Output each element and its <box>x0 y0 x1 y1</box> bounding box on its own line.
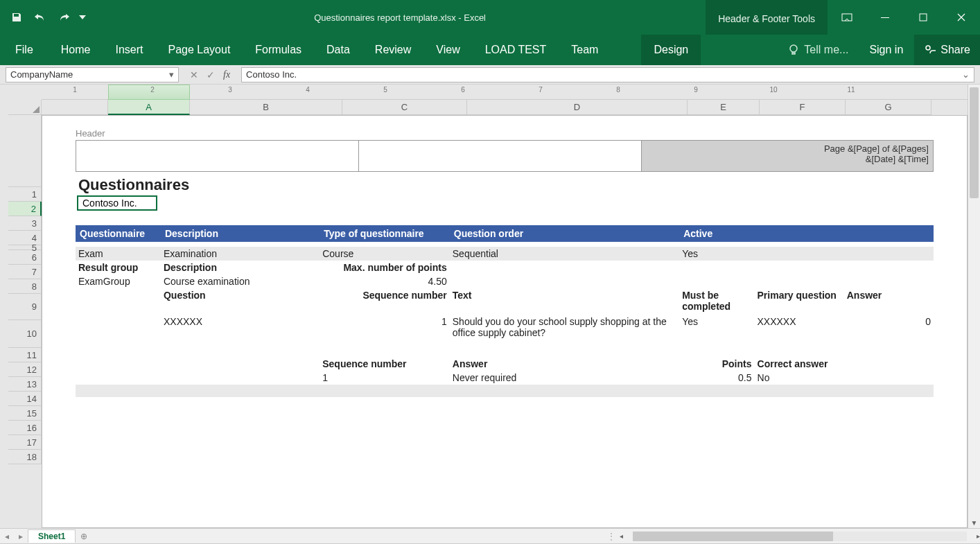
column-header-B[interactable]: B <box>190 100 342 115</box>
share-button[interactable]: Share <box>914 35 980 65</box>
tab-view[interactable]: View <box>423 35 472 65</box>
row-header-18[interactable]: 18 <box>8 450 42 464</box>
cancel-formula-button[interactable]: ✕ <box>190 69 198 80</box>
tab-formulas[interactable]: Formulas <box>243 35 314 65</box>
cell-title[interactable]: Questionnaires <box>76 176 934 194</box>
tab-page-layout[interactable]: Page Layout <box>155 35 243 65</box>
scroll-thumb[interactable] <box>970 87 979 198</box>
cell-company-active[interactable]: Contoso Inc. <box>77 195 157 211</box>
ribbon-display-options[interactable] <box>828 0 866 35</box>
formula-bar[interactable]: Contoso Inc. ⌄ <box>241 67 974 82</box>
row-header-13[interactable]: 13 <box>8 377 42 392</box>
column-header-G[interactable]: G <box>846 100 931 115</box>
tab-load-test[interactable]: LOAD TEST <box>473 35 559 65</box>
column-header-A[interactable]: A <box>108 100 190 115</box>
qat-undo-button[interactable] <box>29 6 51 28</box>
sheet-tab-sheet1[interactable]: Sheet1 <box>28 529 76 543</box>
column-header-D[interactable]: D <box>467 100 688 115</box>
table-row[interactable]: ExamGroupCourse examination4.50 <box>76 274 934 288</box>
chevron-down-icon: ▾ <box>169 69 174 80</box>
row-header-17[interactable]: 17 <box>8 435 42 450</box>
row-header-1[interactable]: 1 <box>8 187 42 202</box>
tab-design[interactable]: Design <box>641 35 701 65</box>
close-button[interactable] <box>942 0 980 35</box>
expand-formula-bar[interactable]: ⌄ <box>962 69 970 80</box>
header-editor[interactable]: Page &[Page] of &[Pages] &[Date] &[Time] <box>76 140 934 172</box>
name-box[interactable]: CompanyName ▾ <box>6 67 179 82</box>
sheet-nav-next[interactable]: ▸ <box>14 532 28 541</box>
header-label: Header <box>76 128 934 139</box>
row-header-6[interactable]: 6 <box>8 250 42 265</box>
svg-rect-1 <box>881 17 889 18</box>
row-header-7[interactable]: 7 <box>8 265 42 279</box>
contextual-tab-label: Header & Footer Tools <box>706 0 828 35</box>
row-header-15[interactable]: 15 <box>8 406 42 421</box>
table-row[interactable]: 1Never required0.5No <box>76 371 934 385</box>
share-icon <box>924 44 936 56</box>
header-right-section[interactable]: Page &[Page] of &[Pages] &[Date] &[Time] <box>642 141 933 171</box>
horizontal-ruler: 1234567891011 <box>42 85 968 100</box>
window-title: Questionnaires report template.xlsx - Ex… <box>94 0 706 35</box>
column-header-C[interactable]: C <box>342 100 467 115</box>
table-row[interactable]: QuestionSequence numberTextMust be compl… <box>76 288 934 315</box>
table-row[interactable]: XXXXXX1Should you do your school supply … <box>76 315 934 342</box>
row-header-9[interactable]: 9 <box>8 294 42 320</box>
row-header-8[interactable]: 8 <box>8 279 42 294</box>
column-header-F[interactable]: F <box>760 100 846 115</box>
enter-formula-button[interactable]: ✓ <box>207 69 215 80</box>
tab-data[interactable]: Data <box>314 35 362 65</box>
table-row[interactable]: Sequence numberAnswerPointsCorrect answe… <box>76 357 934 371</box>
sign-in-button[interactable]: Sign in <box>858 35 914 65</box>
table-row[interactable]: Result groupDescriptionMax. number of po… <box>76 261 934 274</box>
header-left-section[interactable] <box>76 141 359 171</box>
horizontal-scrollbar[interactable]: ◂ ▸ <box>620 531 980 542</box>
table-header-row: QuestionnaireDescriptionType of question… <box>76 225 934 242</box>
row-header-16[interactable]: 16 <box>8 421 42 435</box>
fx-icon[interactable]: fx <box>223 69 230 80</box>
row-header-10[interactable]: 10 <box>8 320 42 348</box>
svg-rect-0 <box>842 14 852 21</box>
tell-me-search[interactable]: Tell me... <box>778 35 858 65</box>
row-header-5[interactable]: 5 <box>8 245 42 250</box>
table-row[interactable]: ExamExaminationCourseSequentialYes <box>76 247 934 261</box>
row-header-2[interactable]: 2 <box>8 202 42 216</box>
sheet-nav-prev[interactable]: ◂ <box>0 532 14 541</box>
row-header-12[interactable]: 12 <box>8 362 42 377</box>
tab-file[interactable]: File <box>0 35 49 65</box>
row-header-11[interactable]: 11 <box>8 348 42 362</box>
lightbulb-icon <box>787 44 800 56</box>
vertical-scrollbar[interactable]: ▲ ▼ <box>968 85 980 528</box>
qat-save-button[interactable] <box>6 6 28 28</box>
row-header-3[interactable]: 3 <box>8 216 42 231</box>
scroll-down-button[interactable]: ▼ <box>968 517 980 528</box>
tab-insert[interactable]: Insert <box>103 35 155 65</box>
tab-team[interactable]: Team <box>559 35 611 65</box>
svg-point-3 <box>790 45 797 52</box>
minimize-button[interactable] <box>866 0 904 35</box>
qat-customize-button[interactable] <box>76 6 89 28</box>
tab-home[interactable]: Home <box>49 35 103 65</box>
select-all-button[interactable] <box>8 100 42 115</box>
add-sheet-button[interactable]: ⊕ <box>76 532 92 541</box>
svg-point-4 <box>926 46 930 50</box>
maximize-button[interactable] <box>904 0 942 35</box>
svg-rect-2 <box>920 14 927 21</box>
header-center-section[interactable] <box>359 141 642 171</box>
column-header-E[interactable]: E <box>688 100 760 115</box>
qat-redo-button[interactable] <box>53 6 75 28</box>
row-header-14[interactable]: 14 <box>8 392 42 406</box>
tab-review[interactable]: Review <box>362 35 423 65</box>
worksheet-page[interactable]: Header Page &[Page] of &[Pages] &[Date] … <box>42 115 968 528</box>
